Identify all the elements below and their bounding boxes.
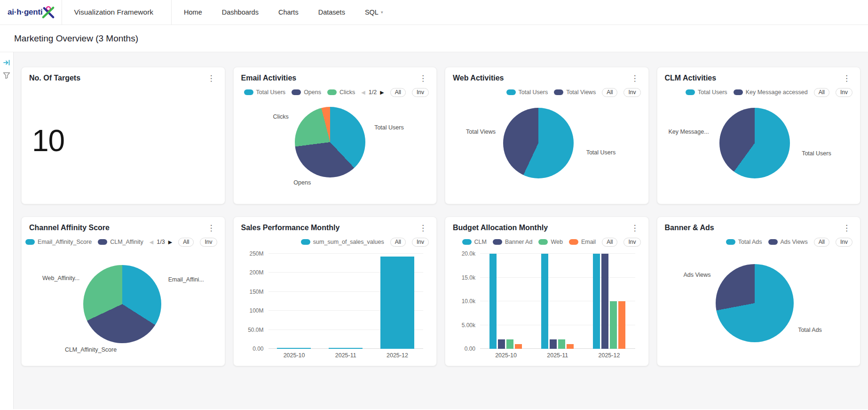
legend-all-button[interactable]: All [390, 238, 406, 247]
legend-item[interactable]: Web [538, 239, 562, 245]
legend-item[interactable]: Opens [292, 89, 321, 96]
bar[interactable] [541, 254, 548, 349]
legend-item[interactable]: CLM_Affinity [98, 239, 143, 245]
legend-label: Web [551, 239, 562, 245]
card-web-activities: Web Activities ⋮ Total Users Total Views… [445, 67, 649, 204]
bar-group [489, 254, 522, 349]
legend-item[interactable]: Clicks [327, 89, 355, 96]
pie-chart[interactable] [719, 108, 790, 178]
main-nav: Home Dashboards Charts Datasets SQL ▾ [184, 8, 383, 16]
pagination-prev-icon[interactable]: ◀ [150, 239, 153, 245]
bar[interactable] [329, 348, 363, 349]
legend-item[interactable]: Banner Ad [493, 239, 532, 245]
kebab-menu-icon[interactable]: ⋮ [205, 224, 217, 233]
bar[interactable] [489, 254, 497, 349]
kebab-menu-icon[interactable]: ⋮ [629, 74, 641, 83]
legend-inv-button[interactable]: Inv [412, 238, 429, 247]
bar[interactable] [277, 348, 311, 349]
pie-chart-area: Ads ViewsTotal Ads [665, 248, 853, 360]
pagination-label: 1/3 [157, 239, 165, 245]
legend-inv-button[interactable]: Inv [412, 88, 429, 97]
card-title: Banner & Ads [665, 224, 714, 232]
legend-item[interactable]: Total Users [244, 89, 286, 96]
card-budget-allocation-monthly: Budget Allocation Monthly ⋮ CLM Banner A… [445, 217, 649, 366]
legend-inv-button[interactable]: Inv [836, 88, 852, 97]
card-title: No. Of Targets [29, 74, 80, 82]
kebab-menu-icon[interactable]: ⋮ [205, 74, 217, 83]
bar[interactable] [506, 339, 513, 349]
legend-item[interactable]: Total Users [686, 89, 727, 96]
kebab-menu-icon[interactable]: ⋮ [629, 224, 641, 233]
card-title: CLM Activities [665, 74, 717, 82]
legend-item[interactable]: Total Views [554, 89, 596, 96]
bar[interactable] [550, 339, 557, 349]
legend-label: Total Users [519, 89, 548, 96]
pie-chart[interactable] [503, 108, 574, 178]
x-axis-tick: 2025-10 [495, 352, 517, 360]
kebab-menu-icon[interactable]: ⋮ [417, 74, 429, 83]
legend-label: Total Users [698, 89, 727, 96]
card-sales-performance-monthly: Sales Performance Monthly ⋮ sum_sum_of_s… [233, 217, 437, 366]
bar-groups [480, 254, 635, 349]
pagination-prev-icon[interactable]: ◀ [361, 89, 365, 96]
legend-item[interactable]: Total Users [506, 89, 548, 96]
kebab-menu-icon[interactable]: ⋮ [841, 74, 852, 83]
legend-label: CLM_Affinity [110, 239, 143, 245]
filter-funnel-icon[interactable] [3, 72, 10, 79]
nav-item-datasets[interactable]: Datasets [318, 8, 345, 16]
legend-all-button[interactable]: All [814, 238, 829, 247]
legend-label: Clicks [339, 89, 355, 96]
legend-label: Total Users [256, 89, 286, 96]
legend-all-button[interactable]: All [390, 88, 406, 97]
kebab-menu-icon[interactable]: ⋮ [417, 224, 429, 233]
kebab-menu-icon[interactable]: ⋮ [841, 224, 852, 233]
expand-filter-bar-icon[interactable] [3, 59, 11, 66]
legend-inv-button[interactable]: Inv [623, 238, 640, 247]
bar[interactable] [498, 339, 505, 349]
nav-item-charts[interactable]: Charts [278, 8, 299, 16]
bar-group [541, 254, 574, 349]
legend-all-button[interactable]: All [178, 238, 194, 247]
legend-inv-button[interactable]: Inv [623, 88, 640, 97]
nav-item-home[interactable]: Home [184, 8, 202, 16]
brand-logo-text: ai·h·genti [8, 8, 43, 17]
pie-chart[interactable] [295, 107, 365, 177]
pagination-next-icon[interactable]: ▶ [380, 89, 384, 96]
pie-slice-label: Total Users [586, 149, 616, 156]
legend-item[interactable]: Email [569, 239, 596, 245]
legend-inv-button[interactable]: Inv [836, 238, 852, 247]
pagination-next-icon[interactable]: ▶ [168, 239, 172, 245]
pie-chart[interactable] [83, 265, 161, 343]
legend-all-button[interactable]: All [602, 238, 617, 247]
bar[interactable] [610, 301, 617, 349]
bar[interactable] [618, 301, 625, 349]
legend-all-button[interactable]: All [814, 88, 829, 97]
bar-plot-area[interactable] [268, 254, 424, 349]
bar[interactable] [601, 254, 608, 349]
nav-item-sql[interactable]: SQL ▾ [365, 8, 383, 16]
legend-item[interactable]: Total Ads [726, 239, 762, 245]
legend-swatch [327, 89, 337, 95]
bar[interactable] [593, 254, 600, 349]
bar[interactable] [515, 344, 522, 349]
nav-item-dashboards[interactable]: Dashboards [222, 8, 259, 16]
legend-item[interactable]: sum_sum_of_sales_values [301, 239, 384, 245]
legend-item[interactable]: Key Message accessed [734, 89, 808, 96]
legend-swatch [292, 89, 301, 95]
legend-item[interactable]: CLM [462, 239, 487, 245]
legend-swatch [538, 239, 548, 245]
bar-plot-area[interactable] [480, 254, 635, 349]
bar[interactable] [567, 344, 574, 349]
bar[interactable] [558, 339, 565, 349]
legend-item[interactable]: Email_Affinity_Score [25, 239, 92, 245]
card-title: Email Activities [241, 74, 297, 82]
pie-chart[interactable] [716, 264, 794, 342]
brand-logo[interactable]: ai·h·genti [8, 6, 55, 19]
chevron-down-icon: ▾ [381, 10, 383, 15]
legend-all-button[interactable]: All [602, 88, 617, 97]
bar[interactable] [380, 257, 414, 349]
legend-inv-button[interactable]: Inv [200, 238, 217, 247]
legend-item[interactable]: Ads Views [768, 239, 808, 245]
top-navbar: ai·h·genti Visualization Framework Home … [0, 0, 868, 25]
legend-swatch [569, 239, 578, 245]
